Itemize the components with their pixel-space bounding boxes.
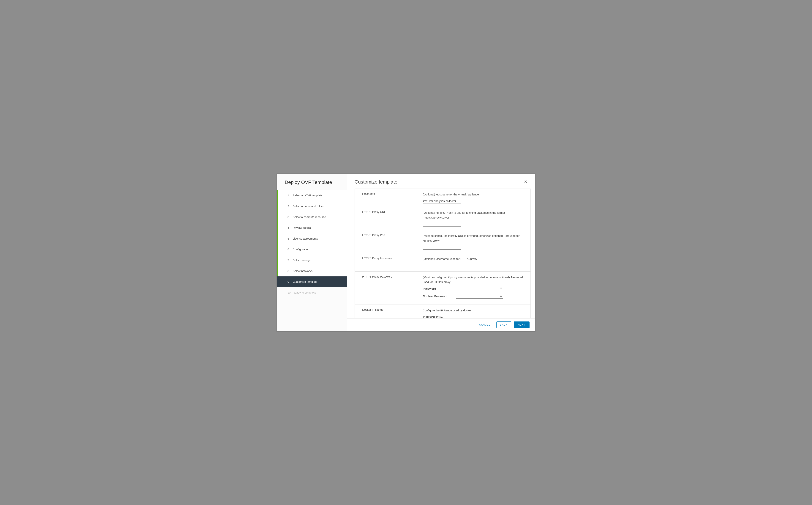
row-proxy-user: HTTPS Proxy Username (Optional) Username…: [355, 253, 531, 272]
confirm-password-input[interactable]: [456, 294, 503, 299]
wizard-step-label: Select an OVF template: [293, 194, 322, 197]
wizard-step-num: 2: [287, 204, 293, 208]
row-proxy-url: HTTPS Proxy URL (Optional) HTTPS Proxy t…: [355, 207, 531, 230]
wizard-step-ready: 10 Ready to complete: [277, 287, 347, 298]
content-header: Customize template ✕: [347, 174, 535, 189]
wizard-step-num: 7: [287, 259, 293, 262]
row-proxy-pass: HTTPS Proxy Password (Must be configured…: [355, 272, 531, 305]
eye-icon[interactable]: [499, 287, 502, 290]
value-docker-range: Configure the IP Range used by docker: [421, 307, 531, 318]
desc-proxy-pass: (Must be configured if proxy username is…: [423, 275, 525, 285]
wizard-step-networks[interactable]: 8 Select networks: [277, 266, 347, 277]
row-docker-range: Docker IP Range Configure the IP Range u…: [355, 305, 531, 318]
wizard-steps: 1 Select an OVF template 2 Select a name…: [277, 190, 347, 298]
desc-hostname: (Optional) Hostname for the Virtual Appl…: [423, 192, 525, 197]
wizard-step-label: Customize template: [293, 280, 318, 283]
close-icon: ✕: [524, 179, 527, 184]
confirm-password-block: Confirm Password: [423, 294, 525, 299]
password-block: Password: [423, 286, 525, 291]
wizard-sidebar: Deploy OVF Template 1 Select an OVF temp…: [277, 174, 347, 331]
desc-proxy-port: (Must be configured if proxy URL is prov…: [423, 233, 525, 243]
wizard-step-num: 3: [287, 215, 293, 218]
wizard-step-num: 5: [287, 237, 293, 240]
desc-proxy-user: (Optional) Username used for HTTPS proxy: [423, 257, 525, 261]
label-proxy-port: HTTPS Proxy Port: [355, 233, 421, 250]
wizard-step-num: 4: [287, 226, 293, 229]
dialog-body: Deploy OVF Template 1 Select an OVF temp…: [277, 174, 535, 331]
close-button[interactable]: ✕: [524, 180, 527, 184]
proxy-user-input[interactable]: [423, 263, 461, 268]
value-proxy-port: (Must be configured if proxy URL is prov…: [421, 233, 531, 250]
wizard-step-select-ovf[interactable]: 1 Select an OVF template: [277, 190, 347, 201]
docker-range-input[interactable]: [423, 315, 461, 318]
back-button[interactable]: BACK: [496, 321, 511, 328]
proxy-port-input[interactable]: [423, 245, 461, 249]
svg-point-2: [500, 295, 502, 296]
svg-point-3: [501, 295, 501, 296]
eye-icon[interactable]: [499, 294, 502, 297]
form-table: Hostname (Optional) Hostname for the Vir…: [355, 189, 531, 318]
password-input-wrap: [456, 286, 503, 291]
wizard-step-configuration[interactable]: 6 Configuration: [277, 244, 347, 255]
password-input[interactable]: [456, 286, 503, 291]
wizard-step-label: Select networks: [293, 269, 313, 273]
wizard-step-label: Configuration: [293, 248, 309, 251]
label-proxy-pass: HTTPS Proxy Password: [355, 274, 421, 302]
content-pane: Customize template ✕ Hostname (Optional)…: [347, 174, 535, 331]
wizard-step-num: 10: [287, 291, 293, 294]
form-scroll-wrap: Hostname (Optional) Hostname for the Vir…: [347, 189, 535, 318]
cancel-button[interactable]: CANCEL: [475, 321, 494, 328]
dialog-footer: CANCEL BACK NEXT: [347, 318, 535, 331]
wizard-step-num: 1: [287, 194, 293, 197]
desc-proxy-url: (Optional) HTTPS Proxy to use for fetchi…: [423, 210, 525, 220]
value-proxy-user: (Optional) Username used for HTTPS proxy: [421, 256, 531, 269]
wizard-step-label: Review details: [293, 226, 311, 229]
confirm-password-label: Confirm Password: [423, 295, 456, 298]
value-proxy-url: (Optional) HTTPS Proxy to use for fetchi…: [421, 210, 531, 227]
wizard-step-license[interactable]: 5 License agreements: [277, 233, 347, 244]
confirm-password-input-wrap: [456, 294, 503, 299]
wizard-step-review[interactable]: 4 Review details: [277, 222, 347, 233]
value-proxy-pass: (Must be configured if proxy username is…: [421, 274, 531, 302]
row-proxy-port: HTTPS Proxy Port (Must be configured if …: [355, 230, 531, 253]
wizard-step-storage[interactable]: 7 Select storage: [277, 255, 347, 266]
hostname-input[interactable]: [423, 199, 461, 203]
wizard-title: Deploy OVF Template: [277, 179, 347, 190]
deploy-ovf-dialog: Deploy OVF Template 1 Select an OVF temp…: [276, 173, 536, 332]
row-hostname: Hostname (Optional) Hostname for the Vir…: [355, 189, 531, 207]
wizard-step-label: License agreements: [293, 237, 318, 240]
wizard-step-name-folder[interactable]: 2 Select a name and folder: [277, 201, 347, 212]
form-scroll[interactable]: Hostname (Optional) Hostname for the Vir…: [347, 189, 531, 318]
svg-point-1: [501, 288, 501, 289]
wizard-step-num: 6: [287, 248, 293, 251]
wizard-step-num: 8: [287, 269, 293, 273]
page-title: Customize template: [355, 179, 397, 185]
wizard-step-compute[interactable]: 3 Select a compute resource: [277, 212, 347, 222]
value-hostname: (Optional) Hostname for the Virtual Appl…: [421, 191, 531, 204]
label-hostname: Hostname: [355, 191, 421, 204]
password-label: Password: [423, 287, 456, 290]
proxy-url-input[interactable]: [423, 222, 461, 226]
label-proxy-url: HTTPS Proxy URL: [355, 210, 421, 227]
svg-point-0: [500, 288, 502, 289]
desc-docker-range: Configure the IP Range used by docker: [423, 308, 525, 313]
wizard-step-label: Select storage: [293, 259, 311, 262]
wizard-step-num: 9: [287, 280, 293, 283]
label-proxy-user: HTTPS Proxy Username: [355, 256, 421, 269]
next-button[interactable]: NEXT: [514, 321, 530, 328]
wizard-step-customize[interactable]: 9 Customize template: [277, 277, 347, 287]
wizard-step-label: Select a name and folder: [293, 204, 324, 208]
wizard-step-label: Select a compute resource: [293, 215, 326, 218]
wizard-step-label: Ready to complete: [293, 291, 316, 294]
label-docker-range: Docker IP Range: [355, 307, 421, 318]
